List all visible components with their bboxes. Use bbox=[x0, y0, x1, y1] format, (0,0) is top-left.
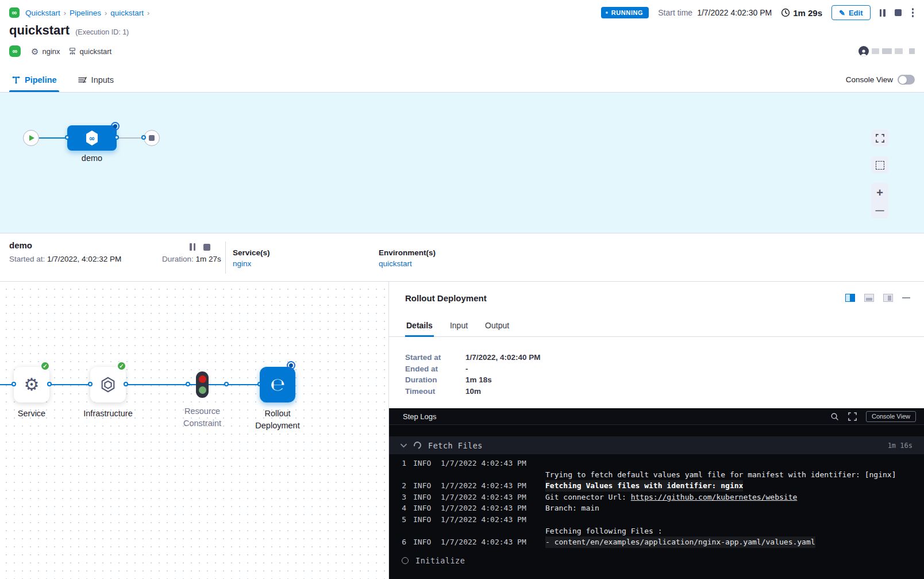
chevron-down-icon bbox=[401, 443, 407, 448]
layout-split-right-button[interactable] bbox=[845, 294, 855, 302]
console-view-label: Console View bbox=[846, 75, 893, 84]
log-line-continuation: Fetching following Files : bbox=[389, 526, 924, 537]
canvas-fullscreen-button[interactable] bbox=[871, 129, 888, 147]
execution-id: (Execution ID: 1) bbox=[75, 28, 129, 36]
zoom-out-button[interactable]: — bbox=[876, 206, 884, 214]
step-logs-title: Step Logs bbox=[403, 412, 437, 421]
service-chip[interactable]: ⚙ nginx bbox=[31, 47, 60, 56]
detail-value: 1/7/2022, 4:02:40 PM bbox=[465, 352, 541, 363]
gear-icon: ⚙ bbox=[24, 376, 40, 393]
port bbox=[88, 382, 93, 386]
infrastructure-hexagon-icon bbox=[99, 376, 117, 393]
stage-out-port bbox=[114, 135, 119, 140]
breadcrumb-pipeline-name[interactable]: quickstart bbox=[110, 9, 144, 17]
stage-environments: Environment(s) quickstart bbox=[379, 248, 436, 268]
log-link[interactable]: https://github.com/kubernetes/website bbox=[631, 493, 798, 501]
pause-execution-button[interactable] bbox=[880, 9, 886, 17]
step-logs-header: Step Logs Console View bbox=[389, 408, 924, 425]
environment-icon bbox=[68, 47, 76, 55]
edit-button[interactable]: ✎Edit bbox=[831, 5, 870, 20]
clock-icon bbox=[781, 8, 790, 17]
toggle-knob bbox=[899, 76, 907, 84]
pending-circle-icon bbox=[402, 557, 409, 564]
log-line-continuation: Trying to fetch default values yaml file… bbox=[389, 469, 924, 481]
edge-stage-to-end bbox=[117, 137, 144, 139]
harness-cd-module-icon: ∞ bbox=[9, 7, 20, 18]
section-duration: 1m 16s bbox=[888, 442, 913, 450]
stage-node-demo[interactable]: ∞ bbox=[67, 125, 117, 151]
tab-input[interactable]: Input bbox=[449, 314, 469, 336]
section-name: Fetch Files bbox=[428, 441, 483, 450]
person-icon bbox=[860, 49, 868, 56]
execution-actions: RUNNING Start time 1/7/2022 4:02:30 PM 1… bbox=[601, 5, 915, 20]
more-options-button[interactable] bbox=[911, 7, 915, 18]
step-panel-title: Rollout Deployment bbox=[405, 293, 487, 303]
inputs-icon bbox=[78, 75, 87, 85]
service-link[interactable]: nginx bbox=[233, 259, 270, 268]
canvas-select-button[interactable] bbox=[871, 156, 888, 174]
minimize-panel-button[interactable] bbox=[902, 297, 910, 299]
tab-details[interactable]: Details bbox=[405, 314, 434, 336]
stop-execution-button[interactable] bbox=[895, 9, 902, 16]
stage-stop-button[interactable] bbox=[203, 244, 210, 251]
lower-split: ⚙ ✓ Service ✓ Infrastructure bbox=[0, 282, 924, 579]
tab-pipeline[interactable]: Pipeline bbox=[9, 67, 59, 92]
step-logs-panel: Step Logs Console View Fetch Files 1m 16… bbox=[389, 408, 924, 579]
stage-duration: Duration: 1m 27s bbox=[162, 255, 221, 263]
title-row: quickstart (Execution ID: 1) bbox=[9, 23, 129, 40]
start-time-label: Start time bbox=[658, 8, 692, 17]
log-section-initialize[interactable]: Initialize bbox=[389, 552, 924, 570]
step-node-rollout-deployment[interactable]: ℮ bbox=[260, 367, 295, 402]
step-panel-header: Rollout Deployment bbox=[389, 282, 924, 314]
step-node-infrastructure[interactable] bbox=[90, 367, 126, 402]
breadcrumb-pipelines[interactable]: Pipelines bbox=[70, 9, 101, 17]
port bbox=[186, 382, 190, 386]
logs-fullscreen-icon[interactable] bbox=[848, 412, 857, 421]
layout-bottom-button[interactable] bbox=[864, 294, 874, 302]
log-section-fetch-files[interactable]: Fetch Files 1m 16s bbox=[389, 436, 924, 454]
success-check-icon: ✓ bbox=[40, 361, 50, 371]
status-dot-icon bbox=[606, 11, 608, 14]
canvas-zoom-controls: + — bbox=[871, 183, 888, 218]
top-bar: ∞ Quickstart › Pipelines › quickstart › … bbox=[9, 5, 915, 21]
avatar[interactable] bbox=[858, 46, 869, 56]
divider bbox=[225, 241, 226, 274]
tab-output[interactable]: Output bbox=[484, 314, 510, 336]
step-label-rollout-deployment: Rollout Deployment bbox=[230, 408, 325, 432]
step-label-infrastructure: Infrastructure bbox=[62, 408, 154, 420]
step-details-panel: Rollout Deployment Details Input Output … bbox=[389, 282, 924, 579]
user-area bbox=[858, 46, 915, 56]
detail-label: Timeout bbox=[405, 386, 465, 397]
panel-layout-controls bbox=[845, 294, 910, 302]
pipeline-start-node[interactable] bbox=[23, 130, 39, 146]
step-label-service: Service bbox=[0, 408, 63, 420]
step-node-service[interactable]: ⚙ bbox=[14, 367, 49, 402]
console-view-toggle[interactable] bbox=[898, 75, 915, 85]
svg-text:∞: ∞ bbox=[89, 134, 95, 143]
gear-icon: ⚙ bbox=[31, 47, 38, 56]
execution-graph[interactable]: ⚙ ✓ Service ✓ Infrastructure bbox=[0, 282, 389, 579]
detail-label: Duration bbox=[405, 374, 465, 386]
stage-in-port bbox=[65, 135, 70, 140]
pipeline-canvas[interactable]: ∞ demo + — bbox=[0, 93, 924, 233]
zoom-in-button[interactable]: + bbox=[876, 187, 883, 198]
meta-row: ∞ ⚙ nginx quickstart bbox=[9, 44, 915, 59]
services-label: Service(s) bbox=[233, 248, 270, 257]
layout-right-button[interactable] bbox=[883, 294, 893, 302]
log-body[interactable]: Fetch Files 1m 16s 1INFO1/7/2022 4:02:43… bbox=[389, 425, 924, 579]
step-details: Started at1/7/2022, 4:02:40 PM Ended at-… bbox=[389, 337, 924, 408]
environment-link[interactable]: quickstart bbox=[379, 259, 436, 268]
section-name: Initialize bbox=[415, 556, 465, 565]
breadcrumb-project[interactable]: Quickstart bbox=[25, 9, 60, 17]
stage-services: Service(s) nginx bbox=[233, 248, 270, 268]
environments-label: Environment(s) bbox=[379, 248, 436, 257]
tab-inputs[interactable]: Inputs bbox=[75, 67, 117, 92]
pipeline-icon bbox=[11, 75, 21, 85]
environment-chip[interactable]: quickstart bbox=[68, 47, 112, 56]
pipeline-end-node[interactable] bbox=[144, 130, 160, 146]
spinner-icon bbox=[413, 440, 423, 451]
stage-pause-button[interactable] bbox=[190, 243, 195, 251]
logs-console-view-button[interactable]: Console View bbox=[866, 411, 916, 422]
step-node-resource-constraint[interactable] bbox=[196, 371, 209, 398]
search-icon[interactable] bbox=[830, 412, 839, 421]
